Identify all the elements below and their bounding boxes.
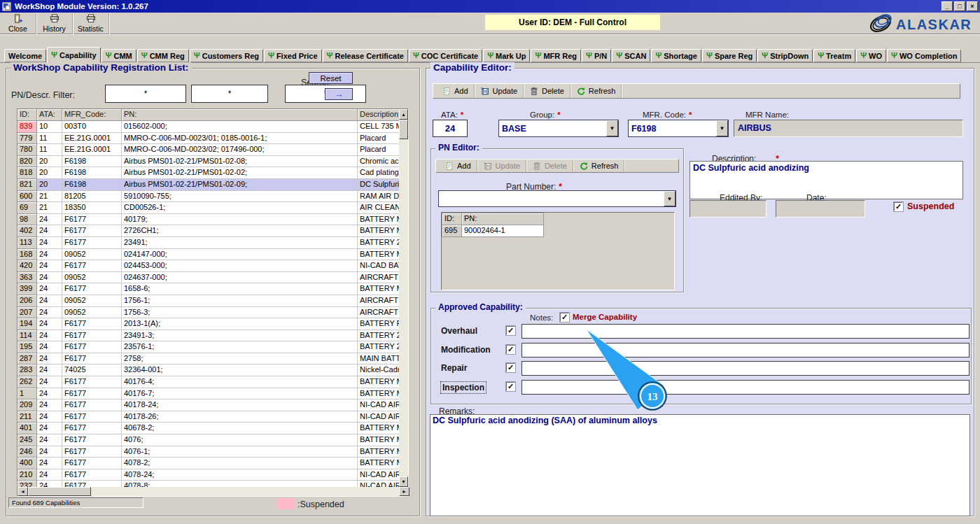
column-header-description[interactable]: Description: xyxy=(358,109,400,121)
overhaul-notes-input[interactable] xyxy=(522,324,969,339)
refresh-button[interactable]: Refresh xyxy=(573,160,625,172)
scroll-right-icon[interactable]: ► xyxy=(399,487,410,496)
close-button[interactable]: Close xyxy=(0,13,36,34)
scroll-up-icon[interactable]: ▲ xyxy=(399,109,408,120)
table-row[interactable]: 20624090521756-1;AIRCRAFT BA xyxy=(18,295,400,307)
overhaul-checkbox[interactable]: ✓ xyxy=(506,326,515,335)
tab-capability[interactable]: ΨCapability xyxy=(47,47,100,63)
tab-wo-completion[interactable]: ΨWO Completion xyxy=(887,49,961,62)
tab-cmm-reg[interactable]: ΨCMM Reg xyxy=(137,49,189,62)
ata-input[interactable]: 24 xyxy=(433,120,468,137)
chevron-down-icon[interactable]: ▼ xyxy=(606,120,618,136)
table-row[interactable]: 26224F617740176-4;BATTERY MAI xyxy=(18,376,400,388)
table-row[interactable]: 83910003T0015602-000;CELL 735 MAI xyxy=(18,121,400,133)
table-row[interactable]: 39924F61771658-6;BATTERY MAI xyxy=(18,283,400,295)
go-filter-button[interactable]: → xyxy=(325,88,353,100)
table-row[interactable]: 11424F617723491-3;BATTERY 23A xyxy=(18,330,400,342)
modification-notes-input[interactable] xyxy=(522,343,969,357)
horizontal-scroll-thumb[interactable] xyxy=(28,487,91,496)
tab-stripdown[interactable]: ΨStripDown xyxy=(757,49,813,62)
table-row[interactable]: 28724F61772758;MAIN BATTER xyxy=(18,353,400,365)
tab-p-n[interactable]: ΨP/N xyxy=(582,49,611,62)
column-header-id[interactable]: ID: xyxy=(18,109,37,121)
table-row[interactable]: 692118350CD00526-1;AIR CLEANER xyxy=(18,202,400,214)
table-row[interactable]: 82020F6198Airbus PMS01-02-21/PMS01-02-08… xyxy=(18,156,400,168)
tab-spare-reg[interactable]: ΨSpare Reg xyxy=(702,49,757,62)
table-row[interactable]: 283247402532364-001;Nickel-Cadmiu xyxy=(18,364,400,376)
scroll-down-icon[interactable]: ▼ xyxy=(399,476,408,487)
table-row[interactable]: 60021812055910090-755;RAM AIR DUC xyxy=(18,191,400,203)
modification-checkbox[interactable]: ✓ xyxy=(506,345,515,354)
table-row[interactable]: 19524F617723576-1;BATTERY 24A xyxy=(18,341,400,353)
tab-coc-certificate[interactable]: ΨCOC Certificate xyxy=(409,49,482,62)
tab-shortage[interactable]: ΨShortage xyxy=(651,49,701,62)
table-row[interactable]: 81820F6198Airbus PMS01-02-21/PMS01-02-02… xyxy=(18,167,400,179)
tab-mark-up[interactable]: ΨMark Up xyxy=(483,49,530,62)
history-button[interactable]: History xyxy=(36,13,73,34)
suspended-checkbox[interactable]: ✓ xyxy=(894,202,903,211)
table-row[interactable]: 11324F617723491;BATTERY 23A xyxy=(18,237,400,249)
close-window-button[interactable]: × xyxy=(967,1,978,11)
inspection-notes-input[interactable] xyxy=(522,380,969,395)
add-button[interactable]: Add xyxy=(436,84,475,98)
refresh-button[interactable]: Refresh xyxy=(570,84,622,98)
inspection-checkbox[interactable]: ✓ xyxy=(506,382,515,391)
table-row[interactable]: 40024F61774078-2;BATTERY MAI xyxy=(18,458,400,469)
column-header-ata[interactable]: ATA: xyxy=(37,109,62,121)
table-row[interactable]: 1682409052024147-000;BATTERY MAI xyxy=(18,249,400,261)
cell-id: 246 xyxy=(18,446,37,458)
table-row[interactable]: 78011EE.21G.0001MMRO-C-006-MD-0023/02; 0… xyxy=(18,144,400,156)
column-header-pn[interactable]: PN: xyxy=(122,109,358,121)
pn-filter-input[interactable] xyxy=(105,85,186,103)
update-button[interactable]: Update xyxy=(475,84,524,98)
table-row[interactable]: 19424F61772013-1(A);BATTERY PAC xyxy=(18,318,400,330)
statistic-button[interactable]: Statistic xyxy=(73,13,109,34)
vertical-scrollbar[interactable]: ▲ ▼ xyxy=(399,109,408,487)
mfr-code-dropdown[interactable]: F6198 ▼ xyxy=(628,120,729,137)
pn-list-row[interactable]: 69590002464-1 xyxy=(442,225,674,237)
tab-scan[interactable]: ΨSCAN xyxy=(612,49,650,62)
tab-cmm[interactable]: ΨCMM xyxy=(102,49,136,62)
tab-fixed-price[interactable]: ΨFixed Price xyxy=(264,49,322,62)
vertical-scroll-thumb[interactable] xyxy=(399,120,408,139)
cell-mfr-code: F6177 xyxy=(62,225,122,237)
column-header-mfr-code[interactable]: MFR_Code: xyxy=(62,109,122,121)
merge-capability-checkbox[interactable]: ✓ xyxy=(560,313,569,322)
group-dropdown[interactable]: BASE ▼ xyxy=(498,120,619,137)
tab-welcome[interactable]: Welcome xyxy=(4,49,46,62)
part-number-dropdown[interactable]: ▼ xyxy=(438,190,676,207)
table-row[interactable]: 24524F61774076;BATTERY MAI xyxy=(18,434,400,446)
tab-release-certificate[interactable]: ΨRelease Certificate xyxy=(323,49,408,62)
chevron-down-icon[interactable]: ▼ xyxy=(664,191,676,206)
table-row[interactable]: 21124F617740178-26;NI-CAD AIRCR xyxy=(18,411,400,423)
restore-button[interactable]: □ xyxy=(954,1,965,11)
table-row[interactable]: 124F617740176-7;BATTERY MAI xyxy=(18,388,400,400)
table-row[interactable]: 42024F6177024453-000;NI-CAD BATTE xyxy=(18,260,400,272)
tab-treatm[interactable]: ΨTreatm xyxy=(813,49,855,62)
minimize-button[interactable]: _ xyxy=(941,1,953,11)
table-row[interactable]: 20924F617740178-24;NI-CAD AIRCR xyxy=(18,399,400,411)
table-row[interactable]: 82120F6198Airbus PMS01-02-21/PMS01-02-09… xyxy=(18,179,400,191)
delete-button[interactable]: Delete xyxy=(524,84,570,98)
table-row[interactable]: 3632409052024637-000;AIRCRAFT BA xyxy=(18,272,400,284)
repair-notes-input[interactable] xyxy=(522,361,969,376)
repair-checkbox[interactable]: ✓ xyxy=(506,363,515,372)
remarks-field[interactable]: DC Sulpfuric acid anodizing (SAA) of alu… xyxy=(430,414,970,516)
chevron-down-icon[interactable]: ▼ xyxy=(716,120,728,136)
table-row[interactable]: 9824F617740179;BATTERY MAI xyxy=(18,214,400,226)
table-row[interactable]: 40124F617740678-2;BATTERY MAI xyxy=(18,423,400,434)
table-row[interactable]: 20724090521756-3;AIRCRAFT BA xyxy=(18,307,400,319)
reset-button[interactable]: Reset xyxy=(309,72,353,84)
tab-customers-reg[interactable]: ΨCustomers Reg xyxy=(190,49,263,62)
tab-mfr-reg[interactable]: ΨMFR Reg xyxy=(531,49,581,62)
tab-wo[interactable]: ΨWO xyxy=(856,49,886,62)
table-row[interactable]: 24624F61774076-1;BATTERY MAI xyxy=(18,446,400,458)
add-button[interactable]: Add xyxy=(439,160,477,172)
table-row[interactable]: 21024F61774078-24;NI-CAD AIRCR xyxy=(18,469,400,481)
table-row[interactable]: 40224F61772726CH1;BATTERY MAI xyxy=(18,225,400,237)
table-row[interactable]: 77911EE.21G.0001MMRO-C-006-MD-0023/01; 0… xyxy=(18,133,400,145)
horizontal-scrollbar[interactable]: ◄ ► xyxy=(18,487,410,496)
descr-filter-input[interactable] xyxy=(191,85,268,103)
branch-icon: Ψ xyxy=(51,51,57,59)
scroll-left-icon[interactable]: ◄ xyxy=(18,487,28,496)
